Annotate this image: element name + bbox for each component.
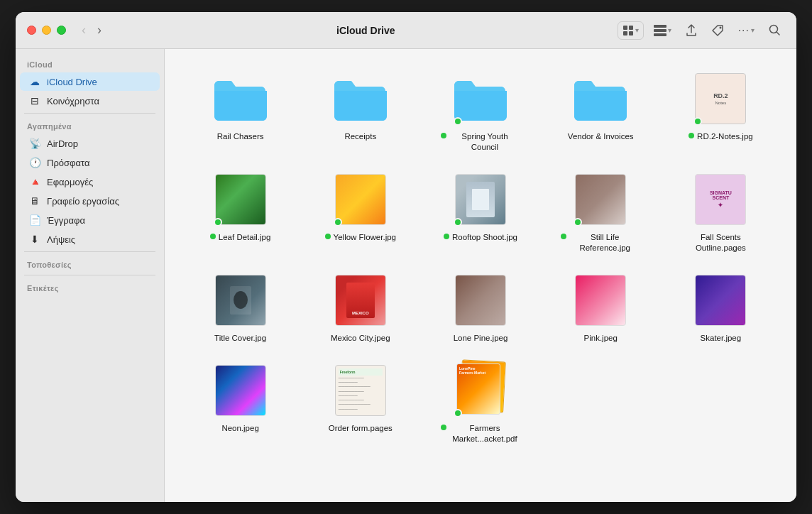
file-name-wrap: RD.2-Notes.jpg xyxy=(688,131,753,142)
close-button[interactable] xyxy=(27,26,36,35)
file-item[interactable]: Still Life Reference.jpg xyxy=(542,164,659,259)
downloads-icon: ⬇ xyxy=(28,234,41,245)
file-name-wrap: Rooftop Shoot.jpg xyxy=(444,232,517,243)
file-thumbnail xyxy=(695,275,746,326)
file-name: Skater.jpeg xyxy=(701,333,742,344)
tags-header: Ετικέτες xyxy=(16,278,164,295)
more-chevron: ▾ xyxy=(751,26,755,34)
file-item[interactable]: LonePineFarmers Market Farmers Market...… xyxy=(422,355,539,450)
file-name: Spring Youth Council xyxy=(449,131,520,153)
locations-header: Τοποθεσίες xyxy=(16,255,164,272)
more-button[interactable]: ··· ▾ xyxy=(734,21,759,40)
file-name-wrap: Still Life Reference.jpg xyxy=(561,232,640,253)
file-thumb-wrap xyxy=(212,362,269,419)
sidebar-divider-2 xyxy=(24,251,155,252)
file-item[interactable]: MEXICO Mexico City.jpeg xyxy=(302,265,419,349)
file-item[interactable]: Spring Youth Council xyxy=(422,63,539,158)
sync-dot-label xyxy=(561,234,566,239)
view-chevron: ▾ xyxy=(635,26,639,34)
file-item[interactable]: Skater.jpeg xyxy=(662,265,779,349)
file-thumb-wrap xyxy=(572,171,629,228)
svg-rect-5 xyxy=(654,29,666,32)
sidebar-item-label: Εφαρμογές xyxy=(47,177,93,187)
file-name: Title Cover.jpg xyxy=(214,333,266,344)
sync-dot-label xyxy=(688,133,694,138)
sync-indicator xyxy=(574,218,582,226)
file-thumbnail: MEXICO xyxy=(335,275,386,326)
sidebar-item-label: AirDrop xyxy=(47,138,78,149)
file-thumbnail xyxy=(455,174,506,225)
sidebar-item-icloud-drive[interactable]: ☁ iCloud Drive xyxy=(20,72,160,91)
file-thumbnail: Freeform ———————— —————— —————————— ————… xyxy=(335,365,386,416)
sync-indicator xyxy=(334,218,342,226)
icon-view-button[interactable]: ▾ xyxy=(618,22,643,39)
sync-indicator xyxy=(214,218,222,226)
window-title: iCloud Drive xyxy=(114,25,618,36)
file-item[interactable]: SIGNATU SCENT ✦ Fall Scents Outline.page… xyxy=(662,164,779,259)
file-item[interactable]: Vendor & Invoices xyxy=(542,63,659,158)
file-item[interactable]: Rail Chasers xyxy=(182,63,299,158)
sidebar-item-label: Λήψεις xyxy=(47,234,75,245)
sync-dot-label xyxy=(210,234,216,239)
file-thumbnail xyxy=(575,174,626,225)
svg-rect-3 xyxy=(629,31,633,35)
file-thumb-wrap xyxy=(332,171,389,228)
file-name: Vendor & Invoices xyxy=(568,131,634,142)
share-button[interactable] xyxy=(681,21,701,40)
file-thumb-wrap xyxy=(452,272,509,329)
file-item[interactable]: Yellow Flower.jpg xyxy=(302,164,419,259)
finder-window: ‹ › iCloud Drive ▾ xyxy=(16,12,796,502)
file-item[interactable]: Title Cover.jpg xyxy=(182,265,299,349)
list-view-button[interactable]: ▾ xyxy=(649,22,676,39)
file-thumb-wrap xyxy=(212,171,269,228)
nav-buttons: ‹ › xyxy=(77,21,106,39)
file-item[interactable]: Neon.jpeg xyxy=(182,355,299,450)
sidebar-item-downloads[interactable]: ⬇ Λήψεις xyxy=(20,230,160,248)
file-thumbnail xyxy=(455,275,506,326)
file-name-wrap: Spring Youth Council xyxy=(441,131,520,153)
content-area: iCloud ☁ iCloud Drive ⊟ Κοινόχρηστα Αγαπ… xyxy=(16,49,796,502)
file-item[interactable]: Pink.jpeg xyxy=(542,265,659,349)
file-item[interactable]: Lone Pine.jpeg xyxy=(422,265,539,349)
file-name-wrap: Yellow Flower.jpg xyxy=(325,232,396,243)
sync-dot-label xyxy=(325,234,331,239)
sync-dot-label xyxy=(441,425,446,430)
sidebar-item-desktop[interactable]: 🖥 Γραφείο εργασίας xyxy=(20,192,160,210)
file-item[interactable]: RD.2 Notes RD.2-Notes.jpg xyxy=(662,63,779,158)
icloud-header: iCloud xyxy=(16,55,164,72)
svg-rect-6 xyxy=(654,33,666,36)
forward-button[interactable]: › xyxy=(93,21,106,39)
sidebar-item-airdrop[interactable]: 📡 AirDrop xyxy=(20,134,160,153)
file-item[interactable]: Receipts xyxy=(302,63,419,158)
sync-dot-label xyxy=(444,234,449,239)
svg-rect-2 xyxy=(623,31,627,35)
file-item[interactable]: Rooftop Shoot.jpg xyxy=(422,164,539,259)
file-thumb-wrap xyxy=(452,171,509,228)
sidebar-item-documents[interactable]: 📄 Έγγραφα xyxy=(20,211,160,229)
maximize-button[interactable] xyxy=(57,26,66,35)
file-name: Yellow Flower.jpg xyxy=(334,232,396,243)
file-name: Receipts xyxy=(344,131,376,142)
apps-icon: 🔺 xyxy=(28,176,41,187)
sidebar-item-label: Πρόσφατα xyxy=(47,158,89,168)
file-item[interactable]: Leaf Detail.jpg xyxy=(182,164,299,259)
back-button[interactable]: ‹ xyxy=(77,21,90,39)
search-button[interactable] xyxy=(764,21,785,39)
sidebar-item-apps[interactable]: 🔺 Εφαρμογές xyxy=(20,173,160,191)
file-name: Pink.jpeg xyxy=(584,333,618,344)
sidebar-item-shared[interactable]: ⊟ Κοινόχρηστα xyxy=(20,92,160,110)
main-content: Rail Chasers Receipts xyxy=(165,49,796,502)
list-chevron: ▾ xyxy=(668,26,671,34)
file-item[interactable]: Freeform ———————— —————— —————————— ————… xyxy=(302,355,419,450)
sidebar-item-recents[interactable]: 🕐 Πρόσφατα xyxy=(20,153,160,172)
favorites-header: Αγαπημένα xyxy=(16,116,164,133)
sidebar-item-label: Έγγραφα xyxy=(47,215,85,226)
sync-indicator xyxy=(454,218,462,226)
minimize-button[interactable] xyxy=(42,26,51,35)
sidebar-divider-3 xyxy=(24,275,155,275)
sync-indicator xyxy=(454,409,462,417)
file-thumb-wrap: MEXICO xyxy=(332,272,389,329)
svg-rect-1 xyxy=(629,26,633,30)
svg-line-9 xyxy=(777,32,779,35)
tag-button[interactable] xyxy=(707,21,728,40)
